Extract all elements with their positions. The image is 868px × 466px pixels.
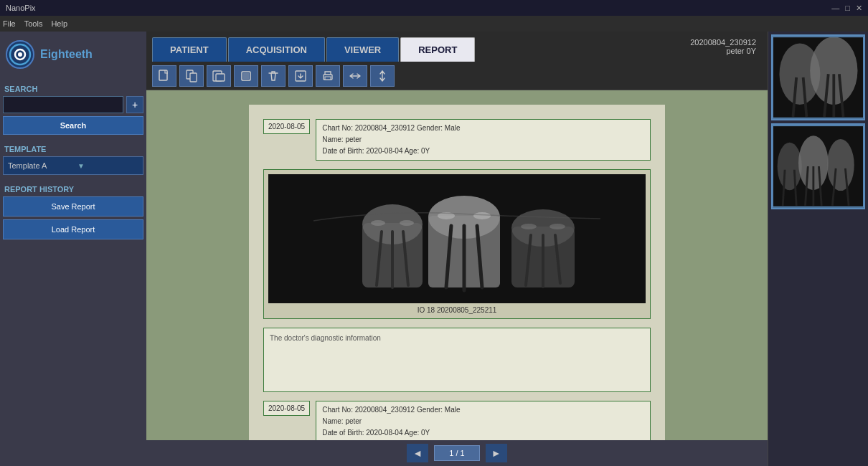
main-layout: Eighteeth SEARCH + Search TEMPLATE Templ… — [0, 32, 868, 466]
resize-v-button[interactable] — [370, 65, 395, 87]
edit-button[interactable] — [207, 65, 231, 87]
logo-text: Eighteeth — [40, 48, 93, 61]
crop-button[interactable] — [234, 65, 258, 87]
report-info-1: Chart No: 20200804_230912 Gender: Male N… — [316, 119, 651, 161]
patient-name: peter 0Y — [690, 47, 756, 55]
svg-point-30 — [521, 224, 537, 229]
sidebar: Eighteeth SEARCH + Search TEMPLATE Templ… — [0, 32, 146, 466]
app-name: NanoPix — [6, 4, 36, 12]
thumbnail-1[interactable] — [771, 34, 865, 120]
svg-point-47 — [827, 139, 854, 191]
session-info: 20200804_230912 peter 0Y — [679, 32, 768, 62]
svg-point-45 — [778, 143, 802, 190]
print-button[interactable] — [316, 65, 340, 87]
export-button[interactable] — [288, 65, 313, 87]
close-button[interactable]: ✕ — [856, 4, 862, 13]
maximize-button[interactable]: □ — [845, 4, 850, 13]
tab-report[interactable]: REPORT — [400, 37, 475, 62]
info1-line3: Date of Birth: 2020-08-04 Age: 0Y — [322, 146, 644, 157]
report-page: 2020-08-05 Chart No: 20200804_230912 Gen… — [249, 105, 665, 440]
save-report-button[interactable]: Save Report — [3, 196, 143, 217]
center-wrap: PATIENT ACQUISITION VIEWER REPORT 202008… — [146, 32, 868, 466]
dropdown-arrow-icon: ▼ — [73, 162, 143, 170]
tab-bar: PATIENT ACQUISITION VIEWER REPORT — [146, 32, 679, 62]
top-bar: PATIENT ACQUISITION VIEWER REPORT 202008… — [146, 32, 768, 62]
report-canvas[interactable]: 2020-08-05 Chart No: 20200804_230912 Gen… — [146, 90, 768, 440]
xray-image — [268, 174, 646, 303]
info1-line2: Name: peter — [322, 134, 644, 146]
resize-h-button[interactable] — [343, 65, 367, 87]
delete-button[interactable] — [261, 65, 286, 87]
svg-rect-3 — [159, 70, 167, 80]
next-page-button[interactable]: ► — [486, 444, 507, 462]
template-label: TEMPLATE — [4, 145, 142, 153]
svg-point-31 — [549, 224, 565, 229]
xray-label: IO 18 20200805_225211 — [268, 306, 646, 314]
report-header-1: 2020-08-05 Chart No: 20200804_230912 Gen… — [263, 119, 651, 161]
center-main: PATIENT ACQUISITION VIEWER REPORT 202008… — [146, 32, 768, 466]
report-history-label: REPORT HISTORY — [4, 185, 142, 194]
prev-page-button[interactable]: ◄ — [407, 444, 428, 462]
svg-point-17 — [400, 220, 414, 226]
page-indicator: 1 / 1 — [434, 445, 479, 461]
bottom-nav: ◄ 1 / 1 ► — [146, 440, 768, 466]
session-id: 20200804_230912 — [690, 38, 756, 47]
new-doc-button[interactable] — [152, 65, 176, 87]
tab-viewer[interactable]: VIEWER — [326, 37, 399, 62]
logo-icon — [6, 40, 34, 69]
search-button[interactable]: Search — [3, 116, 143, 135]
thumbnail-panel — [768, 32, 868, 466]
info2-line3: Date of Birth: 2020-08-04 Age: 0Y — [322, 427, 644, 439]
search-label: SEARCH — [4, 85, 142, 93]
svg-rect-7 — [216, 74, 225, 81]
import-button[interactable] — [179, 65, 204, 87]
titlebar: NanoPix — □ ✕ — [0, 0, 868, 16]
toolbar — [146, 62, 768, 90]
menu-help[interactable]: Help — [51, 19, 67, 28]
svg-rect-5 — [190, 73, 197, 82]
tab-patient[interactable]: PATIENT — [152, 37, 227, 62]
report-date-1: 2020-08-05 — [263, 119, 310, 134]
svg-rect-12 — [325, 77, 331, 80]
tab-acquisition[interactable]: ACQUISITION — [228, 37, 325, 62]
template-value: Template A — [4, 161, 73, 170]
template-select[interactable]: Template A ▼ — [3, 156, 143, 175]
info2-line2: Name: peter — [322, 416, 644, 427]
diagnosis-box[interactable]: The doctor's diagnostic information — [263, 328, 651, 392]
add-button[interactable]: + — [126, 96, 143, 113]
menu-tools[interactable]: Tools — [24, 19, 43, 28]
info1-line1: Chart No: 20200804_230912 Gender: Male — [322, 123, 644, 134]
xray-section: IO 18 20200805_225211 — [263, 169, 651, 319]
logo-area: Eighteeth — [3, 34, 143, 75]
diagnosis-placeholder: The doctor's diagnostic information — [270, 334, 381, 342]
svg-point-16 — [371, 220, 385, 226]
report-header-2: 2020-08-05 Chart No: 20200804_230912 Gen… — [263, 401, 651, 440]
search-row: + — [3, 96, 143, 113]
window-controls[interactable]: — □ ✕ — [831, 4, 862, 13]
svg-point-24 — [473, 212, 491, 219]
menubar: File Tools Help — [0, 16, 868, 32]
search-input[interactable] — [3, 96, 123, 113]
load-report-button[interactable]: Load Report — [3, 219, 143, 239]
thumbnail-2[interactable] — [771, 123, 865, 209]
svg-point-2 — [18, 52, 22, 57]
info2-line1: Chart No: 20200804_230912 Gender: Male — [322, 404, 644, 416]
report-date-2: 2020-08-05 — [263, 401, 310, 416]
svg-rect-9 — [243, 73, 249, 79]
report-info-2: Chart No: 20200804_230912 Gender: Male N… — [316, 401, 651, 440]
menu-file[interactable]: File — [3, 19, 16, 28]
minimize-button[interactable]: — — [831, 4, 839, 13]
